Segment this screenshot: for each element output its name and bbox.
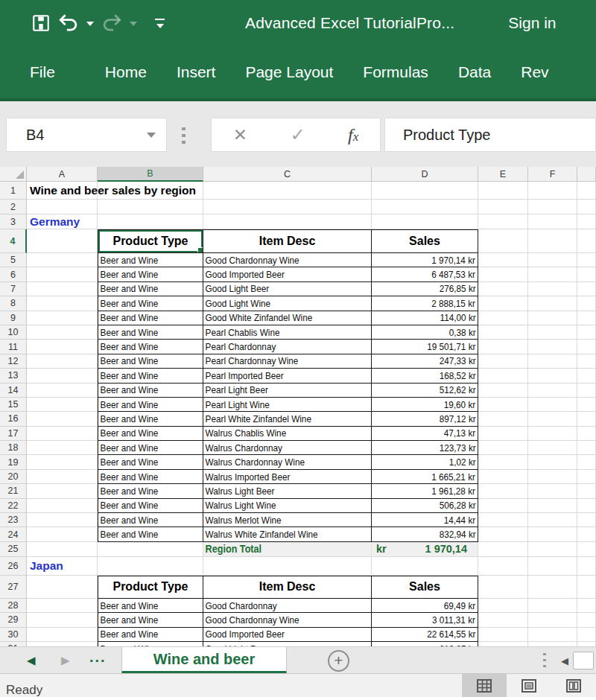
ribbon-tab-page-layout[interactable]: Page Layout (245, 63, 333, 81)
cell-G21[interactable] (577, 484, 596, 498)
cell-D19[interactable]: 1,02 kr (372, 455, 478, 469)
cell-E14[interactable] (478, 384, 528, 398)
cell-A18[interactable] (27, 441, 98, 455)
cell-E30[interactable] (478, 628, 528, 642)
cell-F18[interactable] (528, 441, 577, 455)
cell-C29[interactable]: Good Chardonnay Wine (203, 613, 372, 627)
cell-A15[interactable] (27, 398, 98, 412)
undo-dropdown-icon[interactable] (86, 22, 94, 26)
column-header-d[interactable]: D (372, 167, 478, 182)
cell-D10[interactable]: 0,38 kr (372, 325, 478, 340)
cell-E10[interactable] (478, 325, 528, 340)
row-header-8[interactable]: 8 (0, 296, 27, 311)
row-header-13[interactable]: 13 (0, 369, 27, 383)
cell-E25[interactable] (478, 542, 528, 557)
cell-G4[interactable] (577, 229, 596, 253)
row-header-17[interactable]: 17 (0, 427, 27, 441)
customize-quick-access-icon[interactable] (155, 19, 165, 28)
cell-E6[interactable] (478, 267, 528, 281)
cell-F29[interactable] (528, 613, 577, 627)
cell-E29[interactable] (478, 613, 528, 627)
cell-D26[interactable] (372, 557, 478, 576)
scroll-left-icon[interactable]: ◀ (561, 655, 568, 666)
cell-C24[interactable]: Walrus White Zinfandel Wine (203, 527, 372, 541)
cell-D30[interactable]: 22 614,55 kr (372, 628, 478, 642)
cell-F20[interactable] (528, 470, 577, 484)
row-header-20[interactable]: 20 (0, 470, 27, 484)
cell-E2[interactable] (478, 200, 528, 214)
cell-D1[interactable] (372, 182, 478, 200)
cell-A17[interactable] (27, 427, 98, 441)
cell-G16[interactable] (577, 412, 596, 426)
column-header-a[interactable]: A (27, 167, 98, 182)
row-header-23[interactable]: 23 (0, 513, 27, 527)
cell-D12[interactable]: 247,33 kr (372, 354, 478, 369)
page-break-view-button[interactable] (551, 674, 596, 697)
insert-function-icon[interactable]: fx (348, 125, 358, 145)
sheet-tab-wine-and-beer[interactable]: Wine and beer (121, 647, 287, 674)
cell-C10[interactable]: Pearl Chablis Wine (203, 325, 372, 340)
column-header-b[interactable]: B (98, 167, 203, 182)
cell-B26[interactable] (98, 557, 203, 576)
cell-G13[interactable] (577, 369, 596, 383)
cell-E11[interactable] (478, 340, 528, 354)
cell-F26[interactable] (528, 557, 577, 576)
cell-C16[interactable]: Pearl White Zinfandel Wine (203, 412, 372, 426)
sheet-overflow-button[interactable]: ... (89, 649, 107, 666)
cell-F3[interactable] (528, 214, 577, 229)
cell-B11[interactable]: Beer and Wine (98, 340, 203, 354)
cell-B30[interactable]: Beer and Wine (98, 628, 203, 642)
cell-A11[interactable] (27, 340, 98, 354)
undo-icon[interactable] (58, 13, 79, 33)
cell-C12[interactable]: Pearl Chardonnay Wine (203, 354, 372, 369)
cell-D3[interactable] (372, 214, 478, 229)
cell-B2[interactable] (98, 200, 203, 214)
cell-C14[interactable]: Pearl Light Beer (203, 384, 372, 398)
cell-D9[interactable]: 114,00 kr (372, 311, 478, 325)
cell-C20[interactable]: Walrus Imported Beer (203, 470, 372, 484)
cell-G3[interactable] (577, 214, 596, 229)
row-header-6[interactable]: 6 (0, 267, 27, 281)
row-header-25[interactable]: 25 (0, 542, 27, 557)
cell-D6[interactable]: 6 487,53 kr (372, 267, 478, 281)
cell-C30[interactable]: Good Imported Beer (203, 628, 372, 642)
row-header-27[interactable]: 27 (0, 576, 27, 599)
cell-E22[interactable] (478, 499, 528, 513)
row-header-15[interactable]: 15 (0, 398, 27, 412)
cell-C22[interactable]: Walrus Light Wine (203, 499, 372, 513)
cell-A23[interactable] (27, 513, 98, 527)
name-box[interactable]: B4 (6, 118, 167, 152)
cell-G8[interactable] (577, 296, 596, 311)
cell-E8[interactable] (478, 296, 528, 311)
row-header-2[interactable]: 2 (0, 200, 27, 214)
cell-A25[interactable] (27, 542, 98, 557)
row-header-3[interactable]: 3 (0, 214, 27, 229)
cell-C4[interactable]: Item Desc (203, 229, 372, 253)
cell-D15[interactable]: 19,60 kr (372, 398, 478, 412)
cell-C6[interactable]: Good Imported Beer (203, 267, 372, 281)
cell-E20[interactable] (478, 470, 528, 484)
cell-A19[interactable] (27, 455, 98, 469)
cell-D29[interactable]: 3 011,31 kr (372, 613, 478, 627)
cell-B29[interactable]: Beer and Wine (98, 613, 203, 627)
cell-G18[interactable] (577, 441, 596, 455)
cell-A9[interactable] (27, 311, 98, 325)
cell-D27[interactable]: Sales (372, 576, 478, 599)
cell-B25[interactable] (98, 542, 203, 557)
cell-G30[interactable] (577, 628, 596, 642)
cell-E9[interactable] (478, 311, 528, 325)
row-header-19[interactable]: 19 (0, 455, 27, 469)
cell-D13[interactable]: 168,52 kr (372, 369, 478, 383)
row-header-9[interactable]: 9 (0, 311, 27, 325)
new-sheet-button[interactable]: + (328, 650, 349, 672)
cell-E18[interactable] (478, 441, 528, 455)
cell-G17[interactable] (577, 427, 596, 441)
cell-A14[interactable] (27, 384, 98, 398)
cell-A27[interactable] (27, 576, 98, 599)
cell-G14[interactable] (577, 384, 596, 398)
cell-G11[interactable] (577, 340, 596, 354)
cell-G25[interactable] (577, 542, 596, 557)
formula-bar-drag-handle[interactable] (182, 127, 186, 144)
cell-F13[interactable] (528, 369, 577, 383)
select-all-button[interactable] (0, 167, 27, 182)
